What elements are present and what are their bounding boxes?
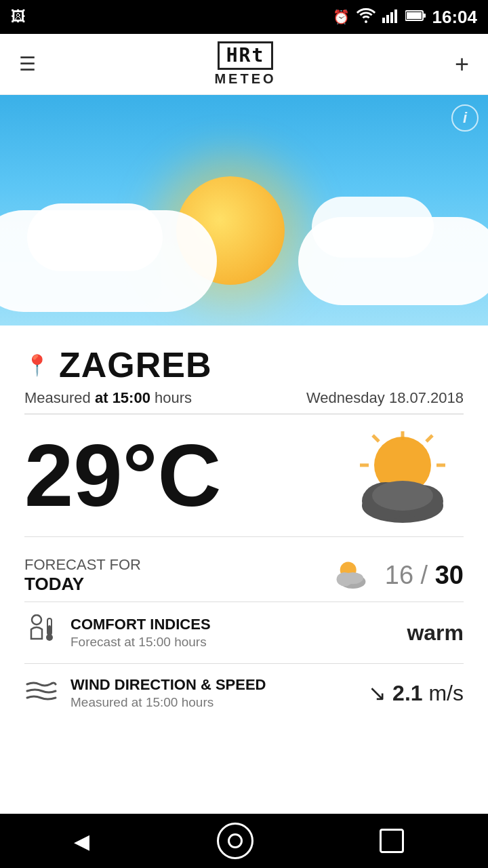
wind-unit: m/s (428, 681, 464, 705)
wind-value: ↘ 2.1 m/s (368, 680, 464, 706)
wind-subtitle: Measured at 15:00 hours (70, 695, 266, 710)
status-bar: 🖼 ⏰ 16:04 (0, 0, 488, 34)
svg-rect-3 (394, 9, 397, 23)
svg-point-19 (372, 481, 433, 511)
svg-rect-1 (386, 15, 389, 23)
svg-rect-6 (407, 12, 422, 19)
measured-label: Measured at 15:00 hours (24, 389, 192, 407)
cloud-4 (312, 197, 434, 258)
comfort-subtitle: Forecast at 15:00 hours (70, 635, 211, 650)
svg-rect-27 (48, 625, 51, 637)
gallery-icon: 🖼 (11, 8, 26, 26)
forecast-for-label: FORECAST FOR (24, 556, 141, 574)
date-display: Wednesday 18.07.2018 (306, 389, 464, 407)
city-name: ZAGREB (59, 344, 212, 385)
temperature-row: 29°C (24, 428, 464, 523)
menu-button[interactable]: ☰ (19, 53, 36, 75)
recents-button[interactable] (380, 829, 434, 853)
recents-square (380, 829, 404, 853)
svg-line-12 (373, 435, 379, 441)
forecast-temperature-range: 16 / 30 (385, 561, 464, 590)
forecast-high: 30 (435, 561, 464, 589)
wind-title: WIND DIRECTION & SPEED (70, 676, 266, 694)
current-weather-icon (342, 428, 464, 523)
clock-display: 16:04 (432, 7, 478, 28)
wind-left: WIND DIRECTION & SPEED Measured at 15:00… (24, 676, 266, 710)
home-inner-circle (228, 833, 243, 848)
cloud-2 (27, 203, 163, 271)
comfort-indices-left: COMFORT INDICES Forecast at 15:00 hours (24, 614, 211, 651)
divider-mid (24, 536, 464, 537)
svg-point-23 (342, 572, 363, 584)
clouds-background (0, 190, 488, 326)
comfort-value-text: warm (407, 620, 464, 645)
wind-row[interactable]: WIND DIRECTION & SPEED Measured at 15:00… (24, 663, 464, 722)
svg-point-24 (32, 615, 41, 625)
measured-row: Measured at 15:00 hours Wednesday 18.07.… (24, 389, 464, 407)
top-nav: ☰ HRt METEO + (0, 34, 488, 95)
divider-top (24, 414, 464, 414)
svg-rect-5 (423, 14, 426, 18)
wind-icon (24, 676, 58, 710)
svg-rect-2 (390, 12, 393, 23)
status-right: ⏰ 16:04 (333, 7, 478, 28)
svg-line-14 (426, 435, 432, 441)
location-icon: 📍 (24, 353, 49, 377)
comfort-value: warm (407, 620, 464, 646)
forecast-today-label: TODAY (24, 574, 141, 595)
forecast-row: FORECAST FOR TODAY 16 / 30 (24, 549, 464, 601)
status-left: 🖼 (11, 8, 26, 26)
forecast-label-group: FORECAST FOR TODAY (24, 556, 141, 595)
back-button[interactable]: ◀ (54, 829, 108, 853)
logo-text: HRt (218, 41, 274, 70)
main-content: 📍 ZAGREB Measured at 15:00 hours Wednesd… (0, 326, 488, 722)
app-logo: HRt METEO (214, 41, 276, 87)
comfort-title: COMFORT INDICES (70, 616, 211, 633)
home-button[interactable] (217, 823, 271, 859)
signal-icon (382, 8, 399, 26)
logo-subtitle: METEO (214, 71, 276, 87)
comfort-indices-row[interactable]: COMFORT INDICES Forecast at 15:00 hours … (24, 601, 464, 663)
wind-speed: 2.1 (392, 681, 422, 705)
add-button[interactable]: + (455, 50, 469, 79)
battery-icon (405, 9, 426, 25)
forecast-low: 16 (385, 561, 413, 589)
home-circle (217, 823, 253, 859)
temperature-display: 29°C (24, 431, 221, 519)
bottom-nav: ◀ (0, 814, 488, 868)
measured-time: at 15:00 (95, 389, 150, 406)
comfort-icon (24, 614, 58, 651)
city-row: 📍 ZAGREB (24, 344, 464, 385)
info-button[interactable]: i (451, 104, 479, 132)
wind-labels: WIND DIRECTION & SPEED Measured at 15:00… (70, 676, 266, 710)
forecast-right: 16 / 30 (331, 557, 464, 594)
weather-hero-image: i (0, 95, 488, 326)
comfort-labels: COMFORT INDICES Forecast at 15:00 hours (70, 616, 211, 650)
forecast-weather-icon (331, 557, 371, 594)
wifi-icon (357, 8, 375, 26)
svg-rect-0 (382, 18, 385, 23)
alarm-icon: ⏰ (333, 9, 350, 25)
